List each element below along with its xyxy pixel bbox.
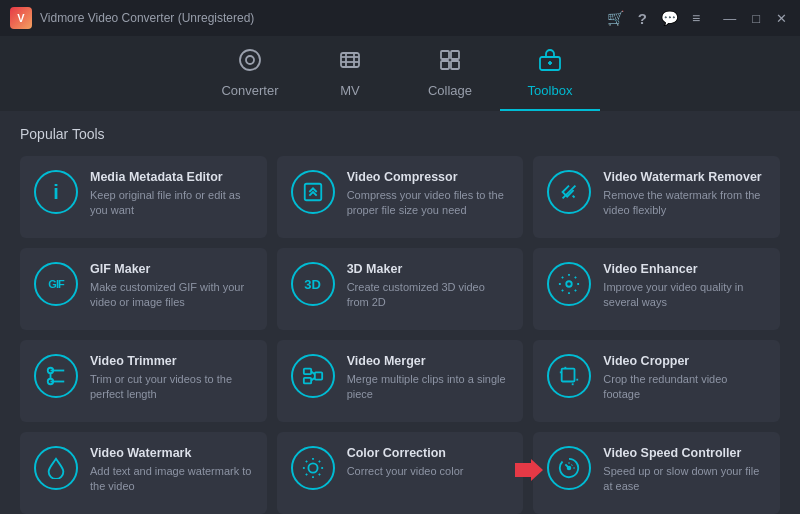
video-enhancer-desc: Improve your video quality in several wa… — [603, 280, 766, 311]
tool-color-correction[interactable]: Color Correction Correct your video colo… — [277, 432, 524, 514]
titlebar-title: Vidmore Video Converter (Unregistered) — [40, 11, 254, 25]
toolbox-icon — [538, 48, 562, 78]
media-metadata-info: Media Metadata Editor Keep original file… — [90, 170, 253, 219]
watermark-remover-name: Video Watermark Remover — [603, 170, 766, 184]
video-watermark-icon — [34, 446, 78, 490]
nav-tabs: Converter MV Collage — [0, 36, 800, 111]
tool-video-compressor[interactable]: Video Compressor Compress your video fil… — [277, 156, 524, 238]
3d-maker-desc: Create customized 3D video from 2D — [347, 280, 510, 311]
window-controls: — □ ✕ — [720, 11, 790, 26]
video-merger-name: Video Merger — [347, 354, 510, 368]
svg-line-39 — [306, 474, 307, 475]
speed-controller-name: Video Speed Controller — [603, 446, 766, 460]
tab-collage[interactable]: Collage — [400, 36, 500, 111]
tool-gif-maker[interactable]: GIF GIF Maker Make customized GIF with y… — [20, 248, 267, 330]
tool-speed-controller[interactable]: Video Speed Controller Speed up or slow … — [533, 432, 780, 514]
question-icon[interactable]: ? — [638, 10, 647, 27]
video-cropper-desc: Crop the redundant video footage — [603, 372, 766, 403]
svg-point-1 — [246, 56, 254, 64]
speed-controller-desc: Speed up or slow down your file at ease — [603, 464, 766, 495]
color-correction-info: Color Correction Correct your video colo… — [347, 446, 510, 479]
video-watermark-name: Video Watermark — [90, 446, 253, 460]
svg-rect-27 — [562, 369, 575, 382]
svg-line-36 — [318, 474, 319, 475]
tool-video-cropper[interactable]: Video Cropper Crop the redundant video f… — [533, 340, 780, 422]
color-correction-icon — [291, 446, 335, 490]
svg-rect-22 — [303, 369, 310, 375]
video-watermark-desc: Add text and image watermark to the vide… — [90, 464, 253, 495]
app-logo: V — [10, 7, 32, 29]
tab-mv[interactable]: MV — [300, 36, 400, 111]
gif-maker-desc: Make customized GIF with your video or i… — [90, 280, 253, 311]
collage-icon — [438, 48, 462, 78]
svg-rect-8 — [451, 51, 459, 59]
arrow-indicator — [515, 459, 543, 487]
video-cropper-icon — [547, 354, 591, 398]
watermark-remover-icon — [547, 170, 591, 214]
video-cropper-name: Video Cropper — [603, 354, 766, 368]
video-enhancer-info: Video Enhancer Improve your video qualit… — [603, 262, 766, 311]
video-watermark-info: Video Watermark Add text and image water… — [90, 446, 253, 495]
color-correction-desc: Correct your video color — [347, 464, 510, 479]
tab-collage-label: Collage — [428, 83, 472, 98]
video-trimmer-info: Video Trimmer Trim or cut your videos to… — [90, 354, 253, 403]
menu-icon[interactable]: ≡ — [692, 10, 700, 26]
video-compressor-icon — [291, 170, 335, 214]
tool-video-trimmer[interactable]: Video Trimmer Trim or cut your videos to… — [20, 340, 267, 422]
media-metadata-desc: Keep original file info or edit as you w… — [90, 188, 253, 219]
gif-maker-info: GIF Maker Make customized GIF with your … — [90, 262, 253, 311]
color-correction-name: Color Correction — [347, 446, 510, 460]
video-merger-desc: Merge multiple clips into a single piece — [347, 372, 510, 403]
main-content: Popular Tools i Media Metadata Editor Ke… — [0, 111, 800, 514]
3d-maker-name: 3D Maker — [347, 262, 510, 276]
svg-rect-9 — [441, 61, 449, 69]
video-trimmer-desc: Trim or cut your videos to the perfect l… — [90, 372, 253, 403]
cart-icon[interactable]: 🛒 — [607, 10, 624, 26]
titlebar-right: 🛒 ? 💬 ≡ — □ ✕ — [607, 10, 790, 27]
speed-controller-icon — [547, 446, 591, 490]
tool-video-watermark[interactable]: Video Watermark Add text and image water… — [20, 432, 267, 514]
speed-controller-info: Video Speed Controller Speed up or slow … — [603, 446, 766, 495]
video-compressor-desc: Compress your video files to the proper … — [347, 188, 510, 219]
converter-icon — [238, 48, 262, 78]
tab-mv-label: MV — [340, 83, 360, 98]
3d-maker-info: 3D Maker Create customized 3D video from… — [347, 262, 510, 311]
svg-marker-41 — [515, 459, 543, 481]
tool-3d-maker[interactable]: 3D 3D Maker Create customized 3D video f… — [277, 248, 524, 330]
svg-rect-23 — [303, 378, 310, 384]
3d-maker-icon: 3D — [291, 262, 335, 306]
svg-point-32 — [308, 463, 317, 472]
svg-point-16 — [567, 281, 573, 287]
chat-icon[interactable]: 💬 — [661, 10, 678, 26]
watermark-remover-info: Video Watermark Remover Remove the water… — [603, 170, 766, 219]
watermark-remover-desc: Remove the watermark from the video flex… — [603, 188, 766, 219]
svg-line-35 — [306, 461, 307, 462]
svg-point-0 — [240, 50, 260, 70]
titlebar-left: V Vidmore Video Converter (Unregistered) — [10, 7, 254, 29]
video-merger-icon — [291, 354, 335, 398]
tool-media-metadata[interactable]: i Media Metadata Editor Keep original fi… — [20, 156, 267, 238]
section-title: Popular Tools — [20, 126, 780, 142]
gif-maker-icon: GIF — [34, 262, 78, 306]
svg-line-40 — [318, 461, 319, 462]
tab-converter[interactable]: Converter — [200, 36, 300, 111]
close-button[interactable]: ✕ — [773, 11, 790, 26]
video-enhancer-icon — [547, 262, 591, 306]
video-enhancer-name: Video Enhancer — [603, 262, 766, 276]
video-compressor-info: Video Compressor Compress your video fil… — [347, 170, 510, 219]
tab-toolbox[interactable]: Toolbox — [500, 36, 600, 111]
svg-rect-24 — [314, 372, 321, 379]
tool-watermark-remover[interactable]: Video Watermark Remover Remove the water… — [533, 156, 780, 238]
svg-rect-7 — [441, 51, 449, 59]
minimize-button[interactable]: — — [720, 11, 739, 26]
svg-rect-2 — [341, 53, 359, 67]
video-cropper-info: Video Cropper Crop the redundant video f… — [603, 354, 766, 403]
tool-video-merger[interactable]: Video Merger Merge multiple clips into a… — [277, 340, 524, 422]
video-trimmer-name: Video Trimmer — [90, 354, 253, 368]
tool-video-enhancer[interactable]: Video Enhancer Improve your video qualit… — [533, 248, 780, 330]
media-metadata-icon: i — [34, 170, 78, 214]
video-merger-info: Video Merger Merge multiple clips into a… — [347, 354, 510, 403]
media-metadata-name: Media Metadata Editor — [90, 170, 253, 184]
maximize-button[interactable]: □ — [749, 11, 763, 26]
gif-maker-name: GIF Maker — [90, 262, 253, 276]
